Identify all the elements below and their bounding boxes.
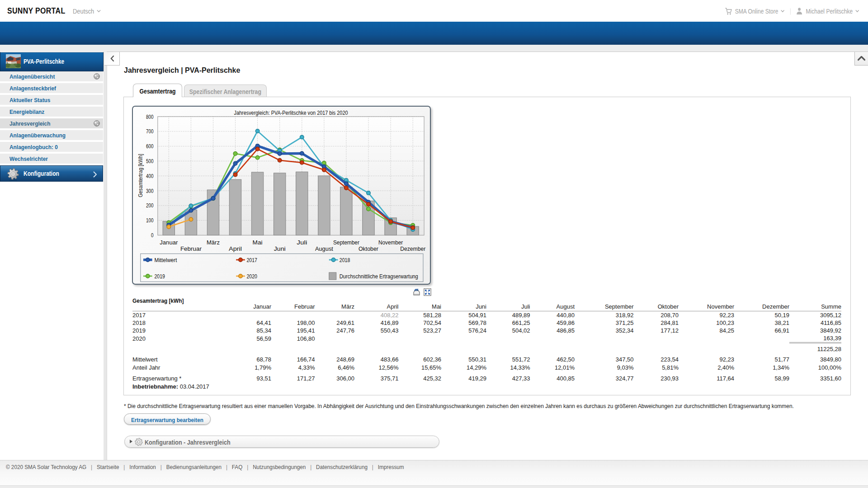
- svg-text:August: August: [315, 245, 333, 252]
- svg-text:Mittelwert: Mittelwert: [154, 256, 177, 263]
- svg-text:300: 300: [146, 187, 154, 194]
- svg-text:Juli: Juli: [297, 239, 307, 245]
- svg-text:März: März: [207, 239, 220, 245]
- svg-text:November: November: [378, 239, 403, 245]
- svg-text:Gesamtertrag [kWh]: Gesamtertrag [kWh]: [137, 154, 144, 197]
- svg-text:200: 200: [146, 202, 154, 209]
- svg-text:400: 400: [146, 172, 154, 179]
- svg-text:Juni: Juni: [274, 245, 285, 252]
- svg-text:2019: 2019: [154, 272, 165, 279]
- svg-text:Januar: Januar: [160, 239, 178, 245]
- svg-text:Durchschnittliche Ertragserwar: Durchschnittliche Ertragserwartung: [339, 272, 418, 279]
- svg-text:Jahresvergleich: PVA-Perlitsch: Jahresvergleich: PVA-Perlitschke von 201…: [234, 109, 348, 116]
- svg-text:April: April: [229, 245, 242, 252]
- svg-text:800: 800: [146, 113, 154, 120]
- svg-text:Dezember: Dezember: [400, 245, 426, 252]
- svg-text:2018: 2018: [339, 256, 350, 263]
- svg-text:Mai: Mai: [252, 239, 262, 245]
- svg-text:Februar: Februar: [180, 245, 202, 252]
- svg-text:500: 500: [146, 157, 154, 164]
- svg-text:2017: 2017: [246, 256, 257, 263]
- svg-text:0: 0: [151, 232, 154, 239]
- svg-text:100: 100: [146, 217, 154, 224]
- svg-text:600: 600: [146, 143, 154, 150]
- svg-text:2020: 2020: [246, 272, 257, 279]
- svg-text:700: 700: [146, 128, 154, 135]
- svg-text:Oktober: Oktober: [359, 245, 379, 252]
- svg-text:September: September: [333, 239, 359, 245]
